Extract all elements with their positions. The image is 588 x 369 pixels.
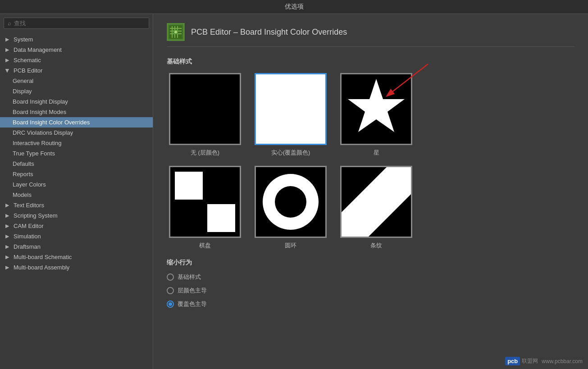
pattern-label-solid: 实心(覆盖颜色) [271,149,310,157]
arrow-icon: ▶ [5,47,9,53]
arrow-icon: ▶ [5,244,9,250]
radio-item-overlay-color[interactable]: 覆盖色主导 [167,300,574,308]
pattern-item-solid[interactable]: 实心(覆盖颜色) [252,73,329,157]
sidebar-item-layer-colors[interactable]: Layer Colors [0,179,153,190]
sidebar-item-pcb-editor[interactable]: ▶ PCB Editor [0,65,153,76]
svg-point-19 [275,186,306,218]
sidebar-item-text-editors[interactable]: ▶ Text Editors [0,200,153,210]
sidebar-item-interactive-routing[interactable]: Interactive Routing [0,138,153,148]
sidebar-item-display[interactable]: Display [0,86,153,96]
pattern-label-none: 无 (层颜色) [191,149,219,157]
arrow-icon: ▶ [5,213,9,219]
radio-item-basic-style[interactable]: 基础样式 [167,273,574,281]
sidebar-item-board-insight-modes[interactable]: Board Insight Modes [0,107,153,117]
sidebar-item-scripting-system[interactable]: ▶ Scripting System [0,210,153,221]
sidebar-item-cam-editor[interactable]: ▶ CAM Editor [0,221,153,231]
main-layout: ⌕ ▶ System ▶ Data Management ▶ Schematic… [0,14,588,369]
sidebar-item-data-management[interactable]: ▶ Data Management [0,45,153,55]
search-icon: ⌕ [8,20,11,27]
pattern-label-star: 星 [374,149,379,157]
svg-rect-16 [207,204,235,232]
sidebar-label: Schematic [14,57,41,64]
title-label: 优选项 [285,3,304,10]
pattern-item-none[interactable]: 无 (层颜色) [167,73,243,157]
sidebar-label: Display [13,88,32,95]
sidebar-label: DRC Violations Display [13,129,73,136]
sidebar-item-multi-board-schematic[interactable]: ▶ Multi-board Schematic [0,252,153,262]
radio-label-basic-style: 基础样式 [178,273,201,281]
svg-point-9 [174,31,177,33]
watermark-site-label: 联盟网 [522,357,538,365]
sidebar-label: Defaults [13,160,34,167]
shrink-title: 缩小行为 [167,259,574,267]
sidebar-label: Simulation [14,233,41,240]
arrow-icon: ▶ [5,69,10,73]
sidebar-item-board-insight-display[interactable]: Board Insight Display [0,96,153,107]
pattern-box-stripe[interactable] [340,166,412,238]
sidebar-label: Multi-board Schematic [14,254,72,260]
sidebar-label: True Type Fonts [13,150,55,157]
pattern-item-star[interactable]: 星 [338,73,415,157]
svg-rect-2 [170,28,182,29]
watermark-pcb-label: pcb [505,357,520,365]
sidebar: ⌕ ▶ System ▶ Data Management ▶ Schematic… [0,14,153,369]
watermark-url: www.pcbbar.com [542,358,583,364]
sidebar-item-simulation[interactable]: ▶ Simulation [0,231,153,241]
pcb-editor-icon [167,23,185,41]
shrink-section: 缩小行为 基础样式 层颜色主导 覆盖色主导 [167,259,574,308]
content-area: PCB Editor – Board Insight Color Overrid… [153,14,588,369]
sidebar-label: Board Insight Modes [13,109,66,115]
pattern-box-chess[interactable] [169,166,241,238]
circle-svg [256,167,325,237]
pattern-box-none[interactable] [169,73,241,145]
search-bar[interactable]: ⌕ [4,18,149,29]
pattern-item-circle[interactable]: 圆环 [252,166,329,250]
sidebar-label: Board Insight Display [13,98,68,105]
arrow-icon: ▶ [5,57,9,63]
radio-circle-basic-style[interactable] [167,273,174,281]
pcb-icon-svg [168,24,183,40]
pattern-label-circle: 圆环 [285,241,296,250]
sidebar-item-true-type-fonts[interactable]: True Type Fonts [0,148,153,159]
sidebar-item-general[interactable]: General [0,76,153,86]
sidebar-label: Text Editors [14,202,44,209]
pattern-box-star[interactable] [340,73,412,145]
pattern-item-chess[interactable]: 棋盘 [167,166,243,250]
sidebar-item-multi-board-assembly[interactable]: ▶ Multi-board Assembly [0,262,153,273]
sidebar-item-system[interactable]: ▶ System [0,34,153,45]
arrow-icon: ▶ [5,233,9,239]
stripe-svg [342,167,411,237]
pattern-box-circle[interactable] [255,166,327,238]
sidebar-label: Reports [13,171,33,178]
sidebar-label: CAM Editor [14,223,43,229]
sidebar-item-reports[interactable]: Reports [0,169,153,179]
sidebar-item-models[interactable]: Models [0,190,153,200]
sidebar-label: Multi-board Assembly [14,264,69,271]
chess-svg [170,167,240,237]
watermark: pcb 联盟网 www.pcbbar.com [505,357,583,365]
radio-circle-overlay-color[interactable] [167,301,174,308]
sidebar-item-defaults[interactable]: Defaults [0,159,153,169]
arrow-icon: ▶ [5,36,9,42]
sidebar-label: Board Insight Color Overrides [13,119,90,126]
radio-item-layer-color[interactable]: 层颜色主导 [167,287,574,295]
pattern-box-solid[interactable] [255,73,327,145]
basic-styles-title: 基础样式 [167,58,574,66]
arrow-icon: ▶ [5,202,9,208]
pattern-item-stripe[interactable]: 条纹 [338,166,415,250]
pattern-label-stripe: 条纹 [370,241,382,250]
sidebar-item-drc-violations-display[interactable]: DRC Violations Display [0,128,153,138]
svg-rect-5 [172,26,173,38]
search-input[interactable] [14,20,145,27]
svg-rect-15 [175,172,203,200]
sidebar-item-board-insight-color-overrides[interactable]: Board Insight Color Overrides [0,117,153,128]
sidebar-item-draftsman[interactable]: ▶ Draftsman [0,241,153,252]
sidebar-label: System [14,36,33,43]
sidebar-label: Data Management [14,46,62,53]
radio-circle-layer-color[interactable] [167,287,174,294]
radio-label-overlay-color: 覆盖色主导 [178,300,207,308]
page-header: PCB Editor – Board Insight Color Overrid… [167,23,574,47]
sidebar-item-schematic[interactable]: ▶ Schematic [0,55,153,65]
sidebar-label: Models [13,191,32,198]
sidebar-label: General [13,77,33,84]
